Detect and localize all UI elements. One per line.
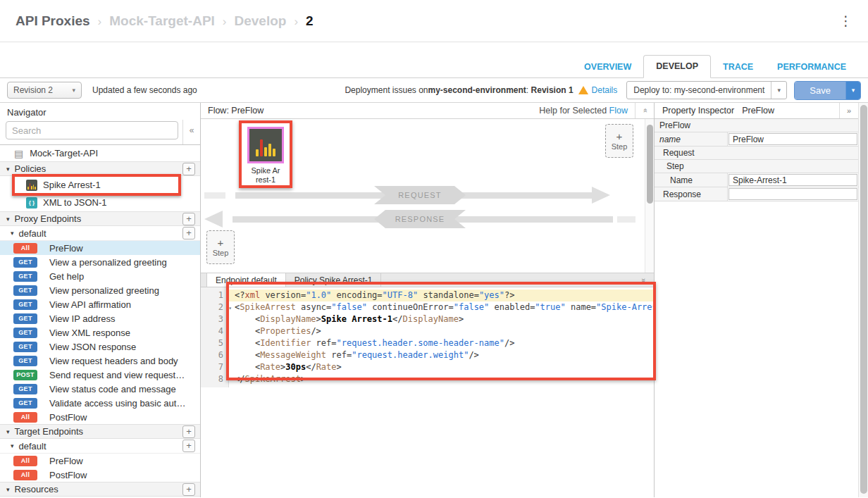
- inspector-field-value[interactable]: PreFlow: [728, 133, 857, 145]
- method-badge: GET: [13, 299, 37, 310]
- add-step-button-response[interactable]: + Step: [206, 230, 235, 264]
- nav-row-view-personalized-greeting[interactable]: GETView personalized greeting: [0, 283, 200, 297]
- line-number-gutter: 12▾345678: [201, 287, 229, 387]
- collapse-editor-icon[interactable]: »: [634, 273, 654, 287]
- add-button[interactable]: +: [182, 227, 195, 239]
- nav-row-mock-target-api[interactable]: ▤Mock-Target-API: [0, 145, 200, 161]
- property-inspector-rows: PreFlownamePreFlowRequestStepNameSpike-A…: [655, 119, 858, 201]
- nav-row-send-request-and-view-request-[interactable]: POSTSend request and view request…: [0, 368, 200, 382]
- annotation-box-node: Spike Ar rest-1: [239, 120, 292, 188]
- add-button[interactable]: +: [182, 425, 195, 438]
- add-button[interactable]: +: [182, 483, 195, 496]
- nav-row-label: Get help: [49, 271, 84, 282]
- nav-row-preflow[interactable]: AllPreFlow: [0, 454, 200, 468]
- tree-caret-icon[interactable]: ▾: [6, 166, 10, 173]
- deploy-to-select[interactable]: Deploy to: my-second-environment ▾: [626, 81, 787, 99]
- inspector-field-response: Response: [655, 187, 858, 201]
- nav-row-validate-access-using-basic-aut-[interactable]: GETValidate access using basic aut…: [0, 396, 200, 410]
- tree-caret-icon[interactable]: ▾: [11, 442, 14, 449]
- code-line: <DisplayName>Spike Arrest-1</DisplayName…: [235, 313, 654, 325]
- nav-row-proxy-endpoints[interactable]: ▾Proxy Endpoints+: [0, 211, 200, 226]
- breadcrumb-items: API Proxies›Mock-Target-API›Develop›2: [16, 13, 314, 29]
- spike-arrest-node-icon[interactable]: [247, 127, 284, 163]
- line-number: 7: [201, 361, 223, 373]
- nav-row-get-help[interactable]: GETGet help: [0, 269, 200, 283]
- nav-row-preflow[interactable]: AllPreFlow: [0, 241, 200, 255]
- save-dropdown-caret[interactable]: ▾: [845, 82, 860, 99]
- add-button[interactable]: +: [182, 213, 195, 225]
- nav-row-view-api-affirmation[interactable]: GETView API affirmation: [0, 297, 200, 311]
- nav-row-label: Resources: [15, 484, 58, 494]
- flow-scrollbar[interactable]: [645, 119, 654, 273]
- nav-row-label: View a personalized greeting: [49, 257, 167, 268]
- nav-row-target-endpoints[interactable]: ▾Target Endpoints+: [0, 424, 200, 439]
- nav-row-label: View status code and message: [49, 384, 176, 394]
- breadcrumb-item[interactable]: API Proxies: [16, 13, 90, 28]
- breadcrumb-item[interactable]: Mock-Target-API: [109, 13, 215, 28]
- tree-caret-icon[interactable]: ▾: [6, 428, 10, 435]
- breadcrumb-item[interactable]: Develop: [235, 13, 287, 28]
- code-content[interactable]: <?xml version="1.0" encoding="UTF-8" sta…: [229, 287, 654, 387]
- nav-row-spike-arrest-1[interactable]: Spike Arrest-1: [0, 176, 200, 194]
- chevron-down-icon: ▾: [72, 87, 75, 94]
- nav-row-view-xml-response[interactable]: GETView XML response: [0, 325, 200, 340]
- collapse-panel-icon[interactable]: «: [182, 120, 200, 144]
- nav-row-label: XML to JSON-1: [43, 197, 107, 208]
- arrow-right-icon: [592, 187, 610, 204]
- navigator-title: Navigator: [0, 103, 200, 120]
- nav-row-view-status-code-and-message[interactable]: GETView status code and message: [0, 382, 200, 396]
- tab-develop[interactable]: DEVELOP: [643, 55, 711, 78]
- line-number: 8: [201, 373, 223, 385]
- nav-row-default[interactable]: ▾default+: [0, 439, 200, 454]
- nav-row-postflow[interactable]: AllPostFlow: [0, 468, 200, 482]
- line-number: 6: [201, 349, 223, 361]
- nav-row-policies[interactable]: ▾Policies+: [0, 161, 200, 176]
- nav-row-view-a-personalized-greeting[interactable]: GETView a personalized greeting: [0, 255, 200, 269]
- expand-panel-icon[interactable]: »: [839, 103, 858, 118]
- nav-row-label: PreFlow: [49, 243, 83, 254]
- tree-caret-icon[interactable]: ▾: [6, 216, 10, 223]
- nav-row-xml-to-json-1[interactable]: { }XML to JSON-1: [0, 194, 200, 211]
- nav-row-default[interactable]: ▾default+: [0, 226, 200, 241]
- window-scrollbar[interactable]: [858, 103, 868, 497]
- save-button[interactable]: Save: [795, 82, 845, 99]
- proxy-doc-icon: ▤: [14, 149, 23, 158]
- save-split-button[interactable]: Save ▾: [794, 81, 861, 100]
- search-input[interactable]: [6, 121, 178, 139]
- code-editor[interactable]: 12▾345678 <?xml version="1.0" encoding="…: [201, 287, 654, 387]
- tab-performance[interactable]: PERFORMANCE: [765, 56, 858, 78]
- flow-scrollbar-thumb[interactable]: [647, 125, 653, 204]
- revision-select[interactable]: Revision 2 ▾: [7, 82, 82, 99]
- add-step-button-request[interactable]: + Step: [605, 124, 633, 158]
- tab-trace[interactable]: TRACE: [711, 56, 765, 78]
- add-button[interactable]: +: [182, 163, 195, 175]
- nav-row-postflow[interactable]: AllPostFlow: [0, 410, 200, 424]
- window-scrollbar-thumb[interactable]: [860, 105, 867, 494]
- fold-caret-icon[interactable]: ▾: [228, 302, 232, 314]
- tab-overview[interactable]: OVERVIEW: [572, 56, 643, 78]
- flow-help-link[interactable]: Flow: [609, 106, 628, 116]
- editor-tab-endpoint-default[interactable]: Endpoint default: [206, 273, 286, 287]
- tree-caret-icon[interactable]: ▾: [11, 230, 14, 237]
- step-label: Step: [213, 249, 229, 257]
- nav-row-label: PostFlow: [49, 470, 87, 480]
- editor-tabs: Endpoint defaultPolicy Spike Arrest-1»: [201, 273, 654, 287]
- inspector-group-preflow: PreFlow: [655, 119, 858, 132]
- nav-row-view-request-headers-and-body[interactable]: GETView request headers and body: [0, 354, 200, 368]
- add-button[interactable]: +: [182, 440, 195, 452]
- kebab-menu-icon[interactable]: ⋮: [839, 14, 852, 27]
- nav-row-view-ip-address[interactable]: GETView IP address: [0, 311, 200, 325]
- inspector-field-value[interactable]: [728, 188, 857, 200]
- method-badge: GET: [13, 398, 37, 409]
- details-link[interactable]: Details: [592, 85, 618, 95]
- property-inspector-title: Property Inspector: [662, 106, 734, 116]
- nav-row-label: Spike Arrest-1: [43, 180, 101, 190]
- tree-caret-icon[interactable]: ▾: [6, 486, 10, 493]
- collapse-flow-icon[interactable]: »: [635, 103, 654, 118]
- request-label: REQUEST: [374, 186, 466, 204]
- nav-row-view-json-response[interactable]: GETView JSON response: [0, 340, 200, 354]
- editor-tab-policy-spike-arrest-1[interactable]: Policy Spike Arrest-1: [286, 273, 382, 287]
- inspector-field-value[interactable]: Spike-Arrest-1: [728, 174, 857, 186]
- method-badge: POST: [13, 370, 37, 380]
- nav-row-resources[interactable]: ▾Resources+: [0, 482, 200, 497]
